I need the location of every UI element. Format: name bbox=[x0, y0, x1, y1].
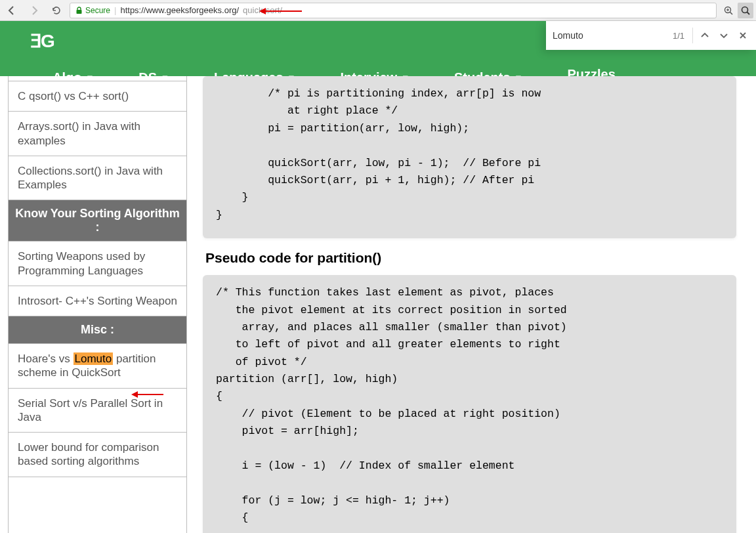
svg-rect-0 bbox=[77, 10, 82, 14]
find-count: 1/1 bbox=[673, 31, 684, 41]
sidebar-item[interactable]: Lower bound for comparison based sorting… bbox=[9, 433, 186, 477]
find-input[interactable] bbox=[553, 30, 667, 41]
sidebar-item[interactable]: Arrays.sort() in Java with examples bbox=[9, 112, 186, 156]
annotation-arrow bbox=[135, 394, 163, 395]
svg-line-2 bbox=[730, 12, 733, 14]
sidebar-item[interactable]: Sorting Weapons used by Programming Lang… bbox=[9, 242, 186, 286]
secure-label: Secure bbox=[85, 6, 110, 15]
find-prev-button[interactable] bbox=[698, 28, 712, 43]
article-content: /* pi is partitioning index, arr[p] is n… bbox=[187, 76, 756, 533]
url-host: https://www.geeksforgeeks.org/ bbox=[120, 5, 239, 15]
sidebar-item-hoare-lomuto[interactable]: Hoare's vs Lomuto partition scheme in Qu… bbox=[9, 344, 186, 389]
zoom-icon[interactable] bbox=[721, 3, 736, 18]
find-next-button[interactable] bbox=[717, 28, 731, 43]
code-block: /* This function takes last element as p… bbox=[203, 275, 736, 533]
sidebar-item[interactable]: Introsort- C++'s Sorting Weapon bbox=[9, 286, 186, 316]
search-page-icon[interactable] bbox=[738, 3, 753, 18]
find-close-button[interactable] bbox=[736, 28, 749, 43]
find-in-page-bar: 1/1 bbox=[546, 21, 756, 50]
address-bar[interactable]: Secure | https://www.geeksforgeeks.org/q… bbox=[70, 3, 717, 18]
annotation-arrow bbox=[262, 11, 302, 12]
reload-button[interactable] bbox=[47, 3, 66, 18]
forward-button[interactable] bbox=[25, 3, 43, 18]
sidebar-heading: Misc : bbox=[9, 316, 186, 344]
sidebar: C qsort() vs C++ sort() Arrays.sort() in… bbox=[8, 76, 187, 533]
lock-icon: Secure bbox=[75, 6, 110, 15]
sidebar-heading: Know Your Sorting Algorithm : bbox=[9, 200, 186, 242]
svg-line-6 bbox=[747, 12, 750, 14]
section-heading: Pseudo code for partition() bbox=[205, 250, 736, 266]
sidebar-item[interactable]: Collections.sort() in Java with Examples bbox=[9, 156, 186, 201]
sidebar-item[interactable]: C qsort() vs C++ sort() bbox=[9, 81, 186, 112]
back-button[interactable] bbox=[3, 3, 21, 18]
browser-toolbar: Secure | https://www.geeksforgeeks.org/q… bbox=[0, 0, 756, 21]
site-logo[interactable]: ƎG bbox=[30, 30, 54, 52]
highlighted-search-term: Lomuto bbox=[74, 352, 114, 365]
svg-point-5 bbox=[742, 7, 748, 12]
code-block: /* pi is partitioning index, arr[p] is n… bbox=[203, 76, 736, 238]
